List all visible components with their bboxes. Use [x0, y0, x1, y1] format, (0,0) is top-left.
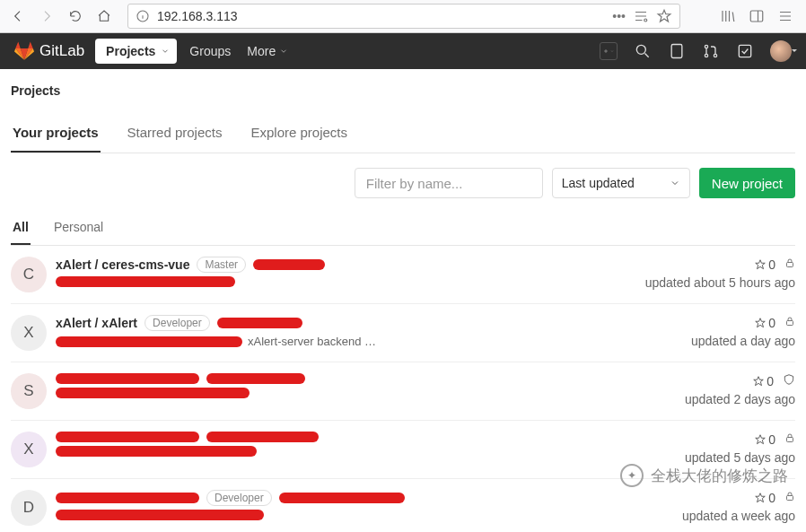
- updated-time: updated a day ago: [691, 334, 795, 348]
- updated-time: updated a week ago: [682, 509, 795, 523]
- svg-point-6: [705, 54, 707, 57]
- project-avatar: S: [11, 373, 47, 409]
- star-count[interactable]: 0: [754, 432, 775, 447]
- chevron-down-icon: [610, 48, 614, 55]
- project-avatar: X: [11, 315, 47, 351]
- svg-point-7: [714, 54, 716, 57]
- new-project-button[interactable]: New project: [699, 168, 795, 198]
- sort-dropdown[interactable]: Last updated: [552, 168, 690, 198]
- issues-icon[interactable]: [668, 42, 686, 60]
- subtab-personal[interactable]: Personal: [52, 213, 105, 245]
- tab-explore-projects[interactable]: Explore projects: [249, 116, 349, 153]
- chevron-down-icon: [670, 178, 680, 188]
- projects-dropdown[interactable]: Projects: [95, 39, 177, 64]
- role-badge: Developer: [145, 315, 210, 331]
- project-avatar: X: [11, 432, 47, 467]
- project-row[interactable]: S 0updated 2 days ago: [11, 362, 795, 421]
- project-filter-tabs: All Personal: [11, 213, 795, 246]
- filter-input[interactable]: Filter by name...: [355, 168, 543, 198]
- star-count[interactable]: 0: [754, 257, 775, 272]
- project-avatar: C: [11, 257, 47, 292]
- project-scope-tabs: Your projects Starred projects Explore p…: [11, 116, 795, 153]
- updated-time: updated 5 days ago: [685, 450, 795, 465]
- svg-rect-12: [787, 496, 793, 501]
- plus-icon: [603, 46, 609, 57]
- chevron-down-icon: [279, 47, 288, 56]
- star-count[interactable]: 0: [752, 374, 774, 388]
- url-bar[interactable]: 192.168.3.113 •••: [127, 4, 680, 29]
- project-name: xAlert / xAlert: [56, 316, 137, 330]
- forward-button: [34, 4, 59, 29]
- svg-rect-9: [787, 263, 793, 267]
- svg-point-3: [636, 45, 645, 54]
- user-avatar-menu[interactable]: [770, 40, 792, 62]
- updated-time: updated about 5 hours ago: [645, 275, 795, 290]
- sidebar-icon[interactable]: [749, 8, 765, 24]
- back-button[interactable]: [5, 4, 31, 29]
- svg-rect-8: [739, 45, 750, 57]
- project-desc: xAlert-server backend …: [248, 335, 376, 348]
- nav-more[interactable]: More: [247, 44, 288, 58]
- svg-point-5: [705, 45, 707, 48]
- visibility-icon: [784, 315, 795, 330]
- chevron-down-icon: [161, 47, 170, 56]
- gitlab-logo[interactable]: GitLab: [14, 41, 84, 61]
- more-dots-icon[interactable]: •••: [612, 9, 626, 23]
- library-icon[interactable]: [720, 8, 736, 24]
- bookmark-star-icon[interactable]: [656, 8, 672, 24]
- wechat-icon: ✦: [620, 464, 644, 487]
- star-count[interactable]: 0: [754, 316, 775, 330]
- updated-time: updated 2 days ago: [685, 392, 795, 406]
- page-title: Projects: [11, 80, 795, 116]
- svg-rect-11: [787, 438, 793, 442]
- project-list: CxAlert / ceres-cms-vue Master 0updated …: [11, 246, 795, 532]
- home-button[interactable]: [92, 4, 117, 29]
- svg-rect-10: [787, 321, 793, 326]
- svg-rect-4: [671, 45, 682, 58]
- project-row[interactable]: XxAlert / xAlert Developer xAlert-server…: [11, 304, 795, 362]
- todos-icon[interactable]: [736, 42, 754, 60]
- tab-your-projects[interactable]: Your projects: [11, 116, 101, 153]
- role-badge: Master: [197, 257, 246, 273]
- role-badge: Developer: [206, 490, 272, 506]
- reload-button[interactable]: [63, 4, 88, 29]
- url-text: 192.168.3.113: [157, 9, 605, 23]
- svg-rect-2: [750, 11, 763, 22]
- info-icon: [136, 9, 150, 23]
- search-icon[interactable]: [634, 42, 652, 60]
- nav-groups[interactable]: Groups: [189, 44, 231, 58]
- subtab-all[interactable]: All: [11, 213, 31, 245]
- menu-icon[interactable]: [777, 8, 793, 24]
- reader-icon[interactable]: [633, 8, 649, 24]
- gitlab-navbar: GitLab Projects Groups More: [0, 33, 806, 69]
- browser-toolbar: 192.168.3.113 •••: [0, 0, 806, 33]
- tab-starred-projects[interactable]: Starred projects: [126, 116, 224, 153]
- visibility-icon: [783, 373, 795, 388]
- svg-point-1: [644, 19, 647, 22]
- project-row[interactable]: CxAlert / ceres-cms-vue Master 0updated …: [11, 246, 795, 304]
- watermark: ✦ 全栈大佬的修炼之路: [620, 464, 788, 487]
- merge-requests-icon[interactable]: [702, 42, 720, 60]
- visibility-icon: [784, 257, 795, 272]
- visibility-icon: [784, 490, 795, 505]
- project-name: xAlert / ceres-cms-vue: [56, 257, 189, 272]
- tanuki-icon: [14, 41, 34, 61]
- brand-text: GitLab: [39, 42, 84, 60]
- visibility-icon: [784, 432, 795, 447]
- star-count[interactable]: 0: [754, 491, 775, 505]
- new-dropdown[interactable]: [600, 42, 618, 60]
- project-avatar: D: [11, 490, 47, 526]
